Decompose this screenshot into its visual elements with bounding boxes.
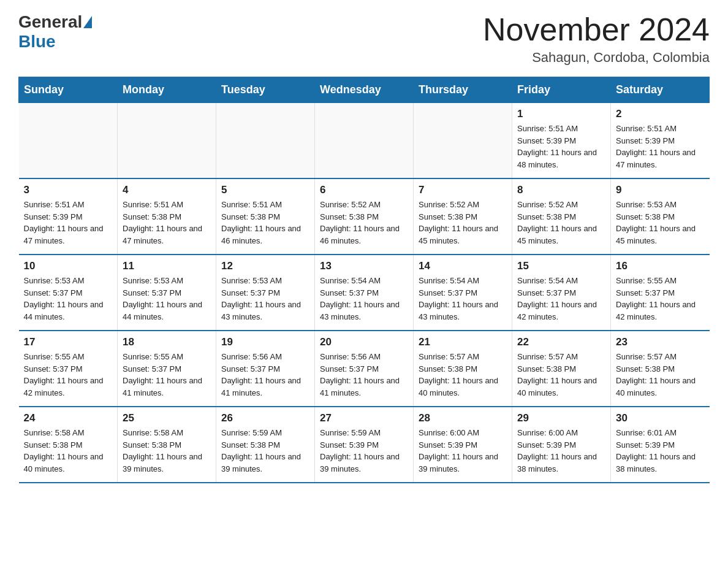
- day-info: Sunrise: 5:59 AMSunset: 5:39 PMDaylight:…: [320, 427, 408, 475]
- calendar-cell: 22Sunrise: 5:57 AMSunset: 5:38 PMDayligh…: [512, 331, 611, 407]
- day-number: 27: [320, 412, 408, 424]
- day-number: 20: [320, 336, 408, 348]
- calendar-header-wednesday: Wednesday: [315, 77, 414, 103]
- day-number: 18: [123, 336, 211, 348]
- calendar-cell: 17Sunrise: 5:55 AMSunset: 5:37 PMDayligh…: [19, 331, 118, 407]
- day-number: 22: [517, 336, 605, 348]
- calendar-cell: [19, 103, 118, 179]
- day-info: Sunrise: 5:58 AMSunset: 5:38 PMDaylight:…: [24, 427, 113, 475]
- day-info: Sunrise: 5:55 AMSunset: 5:37 PMDaylight:…: [24, 351, 113, 399]
- day-info: Sunrise: 5:54 AMSunset: 5:37 PMDaylight:…: [517, 275, 605, 323]
- calendar-header-friday: Friday: [512, 77, 611, 103]
- day-info: Sunrise: 5:56 AMSunset: 5:37 PMDaylight:…: [221, 351, 309, 399]
- calendar-week-row: 10Sunrise: 5:53 AMSunset: 5:37 PMDayligh…: [19, 255, 710, 331]
- calendar-cell: [315, 103, 414, 179]
- logo: General Blue: [18, 12, 93, 52]
- calendar-cell: 1Sunrise: 5:51 AMSunset: 5:39 PMDaylight…: [512, 103, 611, 179]
- day-number: 6: [320, 184, 408, 196]
- calendar-cell: 7Sunrise: 5:52 AMSunset: 5:38 PMDaylight…: [414, 178, 512, 255]
- calendar-header-saturday: Saturday: [611, 77, 710, 103]
- day-info: Sunrise: 5:59 AMSunset: 5:38 PMDaylight:…: [221, 427, 309, 475]
- day-number: 9: [616, 184, 705, 196]
- day-info: Sunrise: 5:53 AMSunset: 5:37 PMDaylight:…: [24, 275, 113, 323]
- calendar-cell: 4Sunrise: 5:51 AMSunset: 5:38 PMDaylight…: [118, 178, 216, 255]
- calendar-cell: 30Sunrise: 6:01 AMSunset: 5:39 PMDayligh…: [611, 407, 710, 483]
- calendar-cell: 13Sunrise: 5:54 AMSunset: 5:37 PMDayligh…: [315, 255, 414, 331]
- calendar-cell: 25Sunrise: 5:58 AMSunset: 5:38 PMDayligh…: [118, 407, 216, 483]
- day-number: 4: [123, 184, 211, 196]
- calendar-header-sunday: Sunday: [19, 77, 118, 103]
- calendar-cell: 14Sunrise: 5:54 AMSunset: 5:37 PMDayligh…: [414, 255, 512, 331]
- day-number: 19: [221, 336, 309, 348]
- calendar-cell: 11Sunrise: 5:53 AMSunset: 5:37 PMDayligh…: [118, 255, 216, 331]
- day-info: Sunrise: 5:52 AMSunset: 5:38 PMDaylight:…: [419, 199, 507, 247]
- calendar-header-monday: Monday: [118, 77, 216, 103]
- calendar-cell: 29Sunrise: 6:00 AMSunset: 5:39 PMDayligh…: [512, 407, 611, 483]
- calendar-cell: 10Sunrise: 5:53 AMSunset: 5:37 PMDayligh…: [19, 255, 118, 331]
- day-number: 1: [517, 108, 605, 120]
- calendar-header-thursday: Thursday: [414, 77, 512, 103]
- calendar-cell: 12Sunrise: 5:53 AMSunset: 5:37 PMDayligh…: [216, 255, 315, 331]
- day-info: Sunrise: 6:00 AMSunset: 5:39 PMDaylight:…: [419, 427, 507, 475]
- day-number: 16: [616, 260, 705, 272]
- day-info: Sunrise: 5:54 AMSunset: 5:37 PMDaylight:…: [419, 275, 507, 323]
- calendar-cell: 19Sunrise: 5:56 AMSunset: 5:37 PMDayligh…: [216, 331, 315, 407]
- calendar-cell: 15Sunrise: 5:54 AMSunset: 5:37 PMDayligh…: [512, 255, 611, 331]
- day-info: Sunrise: 5:54 AMSunset: 5:37 PMDaylight:…: [320, 275, 408, 323]
- day-number: 21: [419, 336, 507, 348]
- day-number: 14: [419, 260, 507, 272]
- day-number: 28: [419, 412, 507, 424]
- day-info: Sunrise: 5:53 AMSunset: 5:37 PMDaylight:…: [221, 275, 309, 323]
- logo-triangle-icon: [83, 16, 92, 28]
- calendar-cell: 3Sunrise: 5:51 AMSunset: 5:39 PMDaylight…: [19, 178, 118, 255]
- day-number: 25: [123, 412, 211, 424]
- day-info: Sunrise: 5:51 AMSunset: 5:38 PMDaylight:…: [221, 199, 309, 247]
- logo-blue-text: Blue: [18, 32, 56, 51]
- day-number: 13: [320, 260, 408, 272]
- day-info: Sunrise: 6:01 AMSunset: 5:39 PMDaylight:…: [616, 427, 705, 475]
- calendar-week-row: 17Sunrise: 5:55 AMSunset: 5:37 PMDayligh…: [19, 331, 710, 407]
- day-number: 26: [221, 412, 309, 424]
- day-number: 29: [517, 412, 605, 424]
- calendar-cell: 2Sunrise: 5:51 AMSunset: 5:39 PMDaylight…: [611, 103, 710, 179]
- day-info: Sunrise: 5:52 AMSunset: 5:38 PMDaylight:…: [517, 199, 605, 247]
- month-title: November 2024: [483, 12, 710, 47]
- day-info: Sunrise: 5:52 AMSunset: 5:38 PMDaylight:…: [320, 199, 408, 247]
- day-number: 12: [221, 260, 309, 272]
- calendar-cell: 26Sunrise: 5:59 AMSunset: 5:38 PMDayligh…: [216, 407, 315, 483]
- calendar-cell: 18Sunrise: 5:55 AMSunset: 5:37 PMDayligh…: [118, 331, 216, 407]
- day-info: Sunrise: 5:55 AMSunset: 5:37 PMDaylight:…: [123, 351, 211, 399]
- day-info: Sunrise: 5:51 AMSunset: 5:39 PMDaylight:…: [517, 123, 605, 170]
- day-info: Sunrise: 5:57 AMSunset: 5:38 PMDaylight:…: [616, 351, 705, 399]
- calendar-table: SundayMondayTuesdayWednesdayThursdayFrid…: [18, 77, 710, 483]
- day-number: 11: [123, 260, 211, 272]
- calendar-cell: 21Sunrise: 5:57 AMSunset: 5:38 PMDayligh…: [414, 331, 512, 407]
- calendar-cell: 24Sunrise: 5:58 AMSunset: 5:38 PMDayligh…: [19, 407, 118, 483]
- day-number: 17: [24, 336, 113, 348]
- calendar-cell: 28Sunrise: 6:00 AMSunset: 5:39 PMDayligh…: [414, 407, 512, 483]
- day-number: 3: [24, 184, 113, 196]
- calendar-cell: [216, 103, 315, 179]
- calendar-header-tuesday: Tuesday: [216, 77, 315, 103]
- day-info: Sunrise: 5:51 AMSunset: 5:38 PMDaylight:…: [123, 199, 211, 247]
- day-number: 5: [221, 184, 309, 196]
- day-number: 2: [616, 108, 705, 120]
- day-info: Sunrise: 5:57 AMSunset: 5:38 PMDaylight:…: [419, 351, 507, 399]
- calendar-week-row: 1Sunrise: 5:51 AMSunset: 5:39 PMDaylight…: [19, 103, 710, 179]
- day-number: 7: [419, 184, 507, 196]
- day-info: Sunrise: 5:55 AMSunset: 5:37 PMDaylight:…: [616, 275, 705, 323]
- calendar-cell: 27Sunrise: 5:59 AMSunset: 5:39 PMDayligh…: [315, 407, 414, 483]
- day-info: Sunrise: 5:51 AMSunset: 5:39 PMDaylight:…: [24, 199, 113, 247]
- day-info: Sunrise: 6:00 AMSunset: 5:39 PMDaylight:…: [517, 427, 605, 475]
- day-info: Sunrise: 5:53 AMSunset: 5:38 PMDaylight:…: [616, 199, 705, 247]
- calendar-cell: 5Sunrise: 5:51 AMSunset: 5:38 PMDaylight…: [216, 178, 315, 255]
- day-number: 8: [517, 184, 605, 196]
- calendar-cell: 6Sunrise: 5:52 AMSunset: 5:38 PMDaylight…: [315, 178, 414, 255]
- page-header: General Blue November 2024 Sahagun, Cord…: [18, 12, 710, 66]
- calendar-week-row: 24Sunrise: 5:58 AMSunset: 5:38 PMDayligh…: [19, 407, 710, 483]
- title-area: November 2024 Sahagun, Cordoba, Colombia: [483, 12, 710, 66]
- day-info: Sunrise: 5:56 AMSunset: 5:37 PMDaylight:…: [320, 351, 408, 399]
- day-number: 30: [616, 412, 705, 424]
- day-number: 15: [517, 260, 605, 272]
- calendar-cell: [414, 103, 512, 179]
